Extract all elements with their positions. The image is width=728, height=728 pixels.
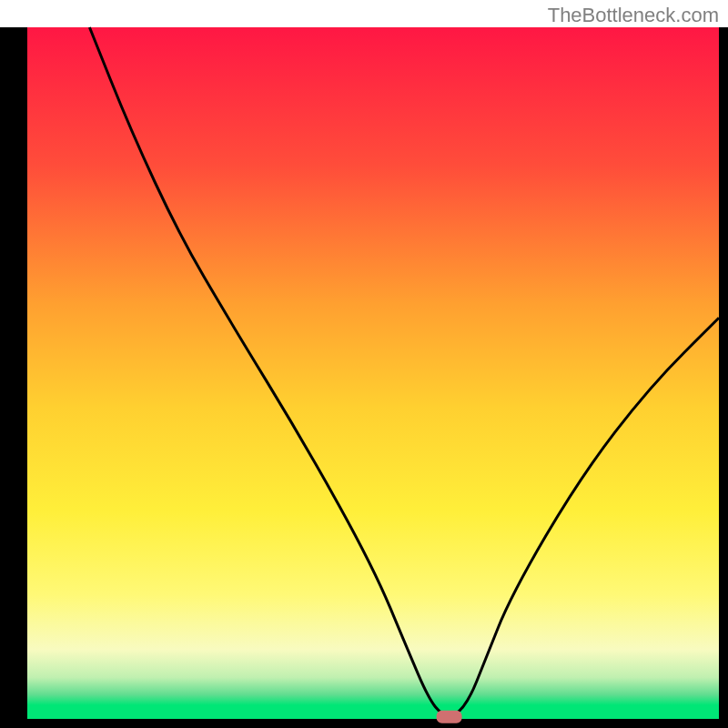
bottleneck-chart: TheBottleneck.com [0, 0, 728, 728]
svg-rect-2 [719, 27, 728, 728]
svg-rect-0 [0, 27, 27, 728]
optimal-marker [437, 711, 462, 723]
watermark-text: TheBottleneck.com [548, 4, 719, 27]
chart-svg [0, 0, 728, 728]
svg-rect-1 [0, 719, 728, 728]
